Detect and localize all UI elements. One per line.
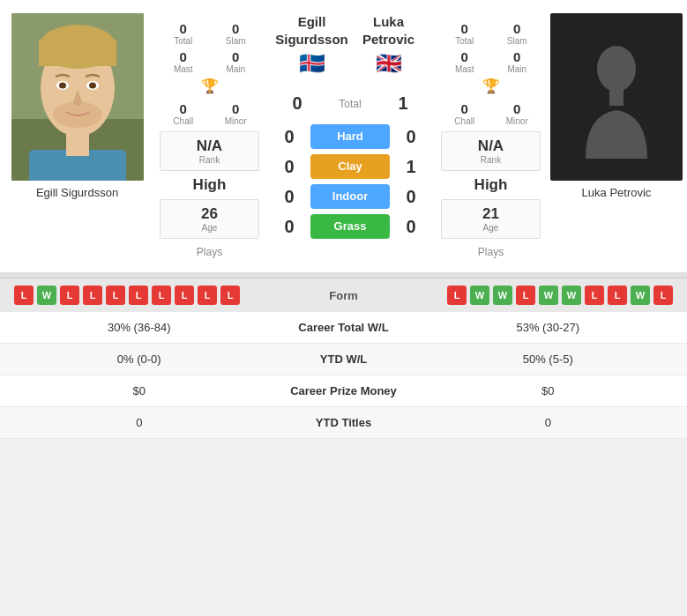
total-score-right: 1 <box>394 93 412 114</box>
left-main-lbl: Main <box>213 64 260 74</box>
left-player-photo <box>11 13 144 181</box>
right-minor-lbl: Minor <box>494 116 541 126</box>
main-container: Egill Sigurdsson 0 Total 0 Slam 0 Mast 0 <box>0 0 687 439</box>
hard-surface-button[interactable]: Hard <box>310 124 390 149</box>
right-stat-chall: 0 Chall <box>441 101 489 126</box>
left-rank-val: N/A <box>164 137 255 155</box>
right-rank-lbl: Rank <box>445 155 536 165</box>
right-slam-val: 0 <box>494 21 541 36</box>
right-age-val: 21 <box>445 205 536 223</box>
left-form-badges: LWLLLLLLLL <box>14 286 300 305</box>
grass-surface-button[interactable]: Grass <box>310 214 390 239</box>
left-player-photo-area: Egill Sigurdsson <box>0 9 154 263</box>
form-badge-l: L <box>14 286 34 305</box>
svg-point-7 <box>59 83 66 89</box>
left-chall-lbl: Chall <box>160 116 207 126</box>
left-total-lbl: Total <box>160 36 207 46</box>
right-heading: Luka Petrovic <box>350 13 427 48</box>
right-trophy-icon: 🏆 <box>482 78 500 94</box>
form-badge-w: W <box>539 286 558 305</box>
right-form-badges: LWWLWWLLWL <box>388 286 674 305</box>
right-stat-total: 0 Total <box>441 21 489 46</box>
form-badge-l: L <box>516 286 535 305</box>
svg-rect-11 <box>66 130 89 156</box>
left-mast-val: 0 <box>160 49 207 64</box>
left-main-val: 0 <box>213 49 260 64</box>
svg-point-9 <box>53 101 102 128</box>
right-total-lbl: Total <box>441 36 489 46</box>
form-badge-l: L <box>198 286 217 305</box>
form-badge-w: W <box>493 286 512 305</box>
left-stat-total: 0 Total <box>160 21 207 46</box>
right-stat-mast: 0 Mast <box>441 49 489 74</box>
ytd-wl-row: 0% (0-0) YTD W/L 50% (5-5) <box>0 344 687 375</box>
left-stats-panel: 0 Total 0 Slam 0 Mast 0 Main 🏆 <box>154 9 265 263</box>
clay-surface-button[interactable]: Clay <box>310 154 390 179</box>
left-slam-lbl: Slam <box>213 36 260 46</box>
form-badge-l: L <box>106 286 125 305</box>
right-chall-val: 0 <box>441 101 489 116</box>
left-high-block: High <box>160 176 259 194</box>
hard-score-right: 0 <box>402 127 420 147</box>
right-stats-panel: 0 Total 0 Slam 0 Mast 0 Main 🏆 <box>436 9 546 263</box>
left-total-val: 0 <box>160 21 207 36</box>
prize-row: $0 Career Prize Money $0 <box>0 375 687 407</box>
left-rank-lbl: Rank <box>164 155 255 165</box>
right-age-lbl: Age <box>445 223 536 233</box>
grass-score-right: 0 <box>402 217 420 237</box>
surface-rows: 0 Hard 0 0 Clay 1 0 Indoor 0 <box>265 124 436 239</box>
left-heading: Egill Sigurdsson <box>273 13 350 48</box>
right-main-val: 0 <box>494 49 541 64</box>
svg-rect-14 <box>609 88 624 106</box>
form-badge-l: L <box>447 286 467 305</box>
svg-rect-4 <box>39 40 116 66</box>
left-rank-block: N/A Rank <box>160 131 259 171</box>
left-minor-lbl: Minor <box>213 116 260 126</box>
right-player-photo <box>550 13 683 181</box>
form-badge-l: L <box>175 286 194 305</box>
left-flag: 🇮🇸 <box>273 51 350 76</box>
top-section: Egill Sigurdsson 0 Total 0 Slam 0 Mast 0 <box>0 0 687 272</box>
left-plays-block: Plays <box>160 246 259 258</box>
surface-row-clay: 0 Clay 1 <box>265 154 436 179</box>
grass-score-left: 0 <box>280 217 298 237</box>
left-stat-minor: 0 Minor <box>213 101 260 126</box>
right-stat-main: 0 Main <box>494 49 541 74</box>
right-slam-lbl: Slam <box>494 36 541 46</box>
right-player-photo-area: Luka Petrovic <box>546 9 687 263</box>
form-badge-l: L <box>83 286 102 305</box>
svg-point-13 <box>597 46 636 92</box>
center-section: Egill Sigurdsson 🇮🇸 Luka Petrovic 🇬🇧 0 T… <box>265 9 436 263</box>
form-badge-l: L <box>129 286 148 305</box>
right-total-val: 0 <box>441 21 489 36</box>
right-chall-row: 0 Chall 0 Minor <box>441 101 541 126</box>
left-stats-grid: 0 Total 0 Slam 0 Mast 0 Main <box>160 21 259 74</box>
right-chall-lbl: Chall <box>441 116 489 126</box>
prize-label: Career Prize Money <box>265 384 423 397</box>
left-stat-slam: 0 Slam <box>213 21 260 46</box>
indoor-surface-button[interactable]: Indoor <box>310 184 390 209</box>
right-stats-grid: 0 Total 0 Slam 0 Mast 0 Main <box>441 21 541 74</box>
center-right-name: Luka Petrovic 🇬🇧 <box>350 13 427 79</box>
left-chall-val: 0 <box>160 101 207 116</box>
left-player-name-label: Egill Sigurdsson <box>36 186 118 199</box>
left-plays-lbl: Plays <box>160 246 259 258</box>
titles-right: 0 <box>423 416 674 429</box>
right-mast-val: 0 <box>441 49 489 64</box>
left-age-block: 26 Age <box>160 199 259 239</box>
left-high-val: High <box>160 176 259 194</box>
form-badge-l: L <box>60 286 79 305</box>
career-wl-right: 53% (30-27) <box>423 321 674 334</box>
form-badge-w: W <box>37 286 56 305</box>
left-slam-val: 0 <box>213 21 260 36</box>
career-wl-label: Career Total W/L <box>265 321 423 334</box>
left-stat-main: 0 Main <box>213 49 260 74</box>
total-row: 0 Total 1 <box>265 93 436 114</box>
form-label: Form <box>300 289 388 302</box>
prize-left: $0 <box>14 384 265 397</box>
titles-left: 0 <box>14 416 265 429</box>
right-age-block: 21 Age <box>441 199 541 239</box>
left-stat-mast: 0 Mast <box>160 49 207 74</box>
form-section: LWLLLLLLLL Form LWWLWWLLWL <box>0 278 687 312</box>
right-plays-block: Plays <box>441 246 541 258</box>
